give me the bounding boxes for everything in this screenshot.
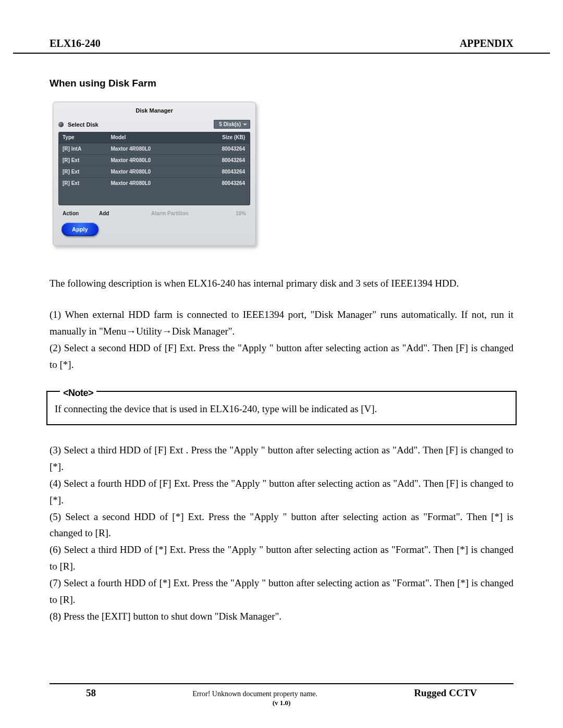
- step-8: (8) Press the [EXIT] button to shut down…: [50, 608, 513, 625]
- cell-type: [R] IntA: [58, 143, 106, 155]
- step-4: (4) Select a fourth HDD of [F] Ext. Pres…: [50, 475, 513, 509]
- col-size: Size (KB): [192, 132, 250, 143]
- apply-button[interactable]: Apply: [62, 223, 99, 236]
- select-disk-label: Select Disk: [68, 121, 99, 128]
- step-6: (6) Select a third HDD of [*] Ext. Press…: [50, 541, 513, 575]
- table-row[interactable]: [R] Ext Maxtor 4R080L0 80043264: [58, 166, 250, 178]
- disk-count-dropdown[interactable]: 5 Disk(s): [214, 120, 250, 129]
- step-3: (3) Select a third HDD of [F] Ext . Pres…: [50, 442, 513, 475]
- footer-right: Rugged CCTV: [414, 687, 513, 699]
- bullet-icon: [58, 122, 64, 127]
- cell-type: [R] Ext: [58, 178, 106, 189]
- step-1: (1) When external HDD farm is connected …: [50, 306, 513, 340]
- page-footer: 58 Error! Unknown document property name…: [50, 683, 513, 707]
- note-box: <Note> If connecting the device that is …: [46, 391, 517, 425]
- footer-center: Error! Unknown document property name.: [96, 690, 414, 698]
- alarm-partition-value[interactable]: 10%: [236, 211, 250, 216]
- table-row[interactable]: [R] IntA Maxtor 4R080L0 80043264: [58, 143, 250, 155]
- table-row[interactable]: [R] Ext Maxtor 4R080L0 80043264: [58, 178, 250, 189]
- section-title: When using Disk Farm: [50, 78, 513, 89]
- cell-model: Maxtor 4R080L0: [106, 178, 192, 189]
- cell-size: 80043264: [192, 178, 250, 189]
- cell-model: Maxtor 4R080L0: [106, 166, 192, 178]
- cell-size: 80043264: [192, 166, 250, 178]
- action-label: Action: [63, 211, 99, 216]
- disk-manager-title: Disk Manager: [53, 102, 255, 118]
- step-2: (2) Select a second HDD of [F] Ext. Pres…: [50, 340, 513, 373]
- step-7: (7) Select a fourth HDD of [*] Ext. Pres…: [50, 575, 513, 608]
- action-value[interactable]: Add: [99, 211, 151, 216]
- col-model: Model: [106, 132, 192, 143]
- step-5: (5) Select a second HDD of [*] Ext. Pres…: [50, 509, 513, 542]
- table-row[interactable]: [R] Ext Maxtor 4R080L0 80043264: [58, 155, 250, 166]
- col-type: Type: [58, 132, 106, 143]
- page-number: 58: [50, 687, 96, 699]
- note-text: If connecting the device that is used in…: [55, 403, 377, 414]
- cell-type: [R] Ext: [58, 155, 106, 166]
- intro-text: The following description is when ELX16-…: [50, 275, 513, 292]
- disk-manager-panel: Disk Manager Select Disk 5 Disk(s) Type …: [53, 102, 256, 246]
- header-right: APPENDIX: [460, 38, 513, 50]
- cell-model: Maxtor 4R080L0: [106, 143, 192, 155]
- cell-size: 80043264: [192, 143, 250, 155]
- cell-type: [R] Ext: [58, 166, 106, 178]
- alarm-partition-label: Alarm Partition: [151, 211, 236, 216]
- disk-table: Type Model Size (KB) [R] IntA Maxtor 4R0…: [58, 132, 250, 205]
- cell-model: Maxtor 4R080L0: [106, 155, 192, 166]
- cell-size: 80043264: [192, 155, 250, 166]
- header-left: ELX16-240: [50, 38, 101, 50]
- footer-version: (v 1.0): [50, 699, 513, 707]
- note-legend: <Note>: [60, 386, 96, 401]
